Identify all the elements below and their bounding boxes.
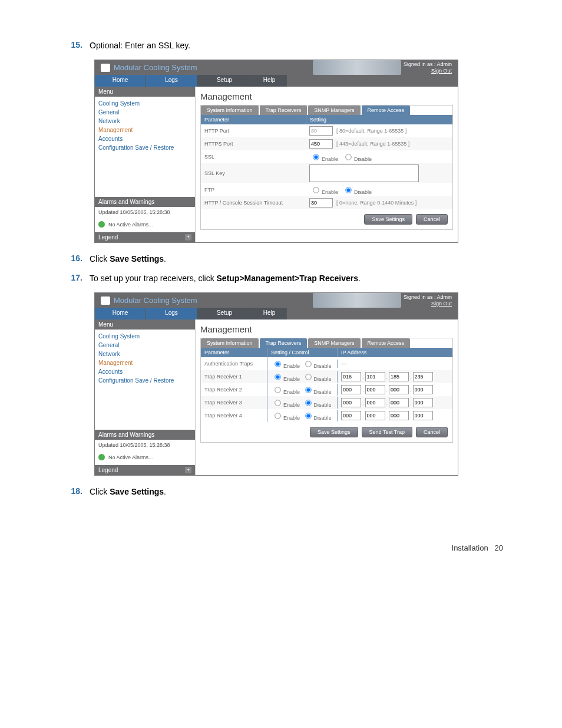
nav-help[interactable]: Help xyxy=(252,308,287,319)
updated-text: Updated 10/05/2005, 15:28:38 xyxy=(98,209,191,215)
row-setting: Enable Disable xyxy=(267,396,337,409)
cancel-button[interactable]: Cancel xyxy=(416,214,448,225)
ftp-enable-radio[interactable] xyxy=(313,187,319,193)
disable-radio[interactable] xyxy=(305,400,311,406)
save-settings-button[interactable]: Save Settings xyxy=(310,427,358,437)
step-15: 15. Optional: Enter an SSL key. xyxy=(59,40,503,50)
legend-header[interactable]: Legend + xyxy=(95,232,195,242)
subtab-remote-access[interactable]: Remote Access xyxy=(362,338,411,348)
menu-config-save-restore[interactable]: Configuration Save / Restore xyxy=(97,143,193,152)
product-title: Modular Cooling System xyxy=(114,63,197,72)
ip-octet-input[interactable] xyxy=(389,372,409,381)
menu-network[interactable]: Network xyxy=(97,117,193,126)
menu-accounts[interactable]: Accounts xyxy=(97,134,193,143)
alarms-header: Alarms and Warnings xyxy=(95,197,195,207)
th-parameter: Parameter xyxy=(201,348,267,357)
menu-network[interactable]: Network xyxy=(97,350,193,358)
enable-radio[interactable] xyxy=(275,387,280,393)
row-ip: ... xyxy=(337,384,452,396)
disable-radio[interactable] xyxy=(305,361,311,367)
menu-config-save-restore[interactable]: Configuration Save / Restore xyxy=(97,376,193,385)
ip-octet-input[interactable] xyxy=(365,398,385,407)
subtab-snmp-managers[interactable]: SNMP Managers xyxy=(308,106,360,115)
ip-octet-input[interactable] xyxy=(389,398,409,407)
menu-management[interactable]: Management xyxy=(97,126,193,134)
table-header: Parameter Setting xyxy=(201,115,452,124)
send-test-trap-button[interactable]: Send Test Trap xyxy=(362,427,412,437)
legend-header[interactable]: Legend + xyxy=(95,465,195,475)
ip-octet-input[interactable] xyxy=(365,411,385,420)
row-setting: Enable Disable xyxy=(267,357,337,370)
step-18: 18. Click Save Settings. xyxy=(59,486,503,496)
enable-radio[interactable] xyxy=(275,400,280,406)
row-session-timeout: HTTP / Console Session Timeout [ 0=none,… xyxy=(201,196,452,209)
legend-expand-icon[interactable]: + xyxy=(185,234,191,241)
ok-status-icon xyxy=(98,221,105,228)
hp-logo-icon xyxy=(101,297,110,305)
row-ftp: FTP Enable Disable xyxy=(201,183,452,196)
button-row: Save Settings Send Test Trap Cancel xyxy=(201,422,452,442)
legend-expand-icon[interactable]: + xyxy=(185,467,191,473)
sign-out-link[interactable]: Sign Out xyxy=(404,301,452,307)
menu-accounts[interactable]: Accounts xyxy=(97,367,193,376)
subtab-system-info[interactable]: System Information xyxy=(201,106,259,115)
hp-logo-icon xyxy=(101,64,110,72)
disable-radio[interactable] xyxy=(305,413,311,419)
ip-octet-input[interactable] xyxy=(365,385,385,394)
ssl-disable-radio[interactable] xyxy=(345,154,351,160)
nav-home[interactable]: Home xyxy=(95,75,146,87)
https-port-input[interactable] xyxy=(309,139,333,149)
http-port-input[interactable] xyxy=(309,126,333,136)
ftp-disable-radio[interactable] xyxy=(345,187,351,193)
nav-logs[interactable]: Logs xyxy=(146,308,197,319)
disable-radio[interactable] xyxy=(305,387,311,393)
row-ip: ... xyxy=(337,371,452,383)
subtab-trap-receivers[interactable]: Trap Receivers xyxy=(260,338,308,348)
subtab-remote-access[interactable]: Remote Access xyxy=(362,106,411,115)
timeout-input[interactable] xyxy=(309,198,333,207)
ssl-key-textarea[interactable] xyxy=(309,164,419,182)
enable-radio[interactable] xyxy=(275,374,280,380)
save-settings-button[interactable]: Save Settings xyxy=(364,214,412,225)
product-logo-area: Modular Cooling System xyxy=(101,63,197,72)
th-setting: Setting xyxy=(306,115,452,124)
menu-management[interactable]: Management xyxy=(97,358,193,367)
ip-octet-input[interactable] xyxy=(413,372,433,381)
ip-octet-input[interactable] xyxy=(341,372,361,381)
http-port-hint: [ 80=default, Range 1-65535 ] xyxy=(336,128,406,134)
ssl-enable-radio[interactable] xyxy=(313,154,319,160)
no-alarms-text: No Active Alarms... xyxy=(108,454,153,460)
ip-octet-input[interactable] xyxy=(341,411,361,420)
left-sidebar: Menu Cooling System General Network Mana… xyxy=(95,87,196,242)
disable-radio[interactable] xyxy=(305,374,311,380)
enable-radio[interactable] xyxy=(275,361,280,367)
sign-out-link[interactable]: Sign Out xyxy=(404,68,452,74)
nav-setup[interactable]: Setup xyxy=(197,75,252,87)
ip-octet-input[interactable] xyxy=(341,398,361,407)
subtab-trap-receivers[interactable]: Trap Receivers xyxy=(260,106,308,115)
nav-logs[interactable]: Logs xyxy=(146,75,197,87)
ip-octet-input[interactable] xyxy=(365,372,385,381)
nav-help[interactable]: Help xyxy=(252,75,287,87)
ip-octet-input[interactable] xyxy=(413,398,433,407)
menu-cooling-system[interactable]: Cooling System xyxy=(97,99,193,108)
page-title: Management xyxy=(200,324,453,334)
subtab-system-info[interactable]: System Information xyxy=(201,338,259,348)
enable-radio[interactable] xyxy=(275,413,280,419)
updated-text: Updated 10/05/2005, 15:28:38 xyxy=(98,442,191,448)
menu-general[interactable]: General xyxy=(97,108,193,117)
cancel-button[interactable]: Cancel xyxy=(416,427,448,437)
nav-setup[interactable]: Setup xyxy=(197,308,252,319)
ip-octet-input[interactable] xyxy=(341,385,361,394)
button-row: Save Settings Cancel xyxy=(201,209,452,229)
subtab-snmp-managers[interactable]: SNMP Managers xyxy=(308,338,360,348)
menu-general[interactable]: General xyxy=(97,341,193,350)
ip-octet-input[interactable] xyxy=(413,411,433,420)
ip-octet-input[interactable] xyxy=(413,385,433,394)
nav-home[interactable]: Home xyxy=(95,308,146,319)
ip-octet-input[interactable] xyxy=(389,411,409,420)
ip-octet-input[interactable] xyxy=(389,385,409,394)
menu-cooling-system[interactable]: Cooling System xyxy=(97,332,193,341)
row-label: Trap Receiver 1 xyxy=(201,373,267,381)
table-row: Trap Receiver 2Enable Disable... xyxy=(201,383,452,396)
